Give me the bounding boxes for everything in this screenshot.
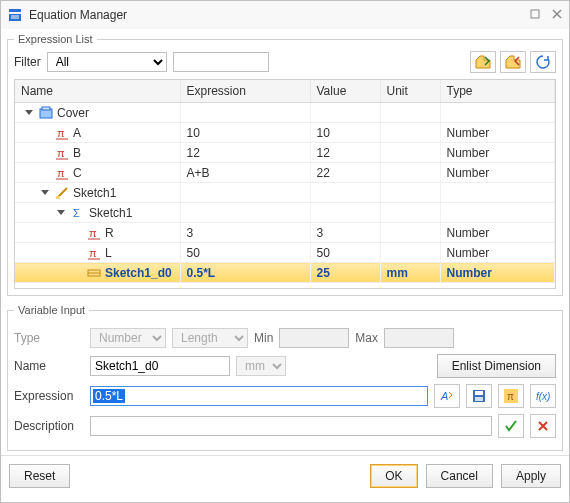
- pi-icon: π: [55, 146, 69, 160]
- cell-value: 3: [310, 223, 380, 243]
- filter-select[interactable]: All: [47, 52, 167, 72]
- table-row[interactable]: πR33Number: [15, 223, 555, 243]
- chevron-down-icon[interactable]: [41, 190, 49, 195]
- window-title: Equation Manager: [29, 8, 529, 22]
- cell-unit: mm: [380, 263, 440, 283]
- fx-button[interactable]: f(x): [530, 384, 556, 408]
- cell-unit: [380, 143, 440, 163]
- close-icon[interactable]: [551, 8, 563, 23]
- cell-expression: A+B: [180, 163, 310, 183]
- cell-type: Number: [440, 163, 555, 183]
- cell-expression: 10: [180, 123, 310, 143]
- equation-manager-window: Equation Manager Expression List Filter …: [0, 0, 570, 503]
- svg-text:π: π: [507, 391, 514, 402]
- part-icon: [39, 106, 53, 120]
- dialog-footer: Reset OK Cancel Apply: [1, 455, 569, 496]
- min-label: Min: [254, 331, 273, 345]
- cell-value: 12: [310, 143, 380, 163]
- filter-label: Filter: [14, 55, 41, 69]
- cell-type: [440, 203, 555, 223]
- cell-value: 50: [310, 243, 380, 263]
- ok-button[interactable]: OK: [370, 464, 417, 488]
- cell-value: [310, 103, 380, 123]
- expression-input[interactable]: 0.5*L: [90, 386, 428, 406]
- col-value[interactable]: Value: [310, 80, 380, 103]
- cancel-button[interactable]: Cancel: [426, 464, 493, 488]
- col-unit[interactable]: Unit: [380, 80, 440, 103]
- row-name: R: [105, 226, 114, 240]
- accept-button[interactable]: [498, 414, 524, 438]
- svg-text:π: π: [89, 247, 97, 259]
- table-row[interactable]: ΣSketch1: [15, 203, 555, 223]
- length-select: Length: [172, 328, 248, 348]
- table-header-row: Name Expression Value Unit Type: [15, 80, 555, 103]
- min-input: [279, 328, 349, 348]
- svg-text:f(x): f(x): [536, 391, 550, 402]
- cell-expression: [180, 203, 310, 223]
- cell-expression: 3: [180, 223, 310, 243]
- filter-search-input[interactable]: [173, 52, 269, 72]
- cell-unit: [380, 223, 440, 243]
- variable-input-group: Variable Input Type Number Length Min Ma…: [7, 304, 563, 451]
- table-row[interactable]: πL5050Number: [15, 243, 555, 263]
- svg-text:π: π: [57, 127, 65, 139]
- pi-icon: π: [55, 166, 69, 180]
- variable-input-legend: Variable Input: [14, 304, 89, 316]
- apply-button[interactable]: Apply: [501, 464, 561, 488]
- col-name[interactable]: Name: [15, 80, 180, 103]
- restore-icon[interactable]: [529, 8, 541, 23]
- cell-value: 22: [310, 163, 380, 183]
- svg-rect-19: [475, 391, 483, 395]
- table-row[interactable]: πCA+B22Number: [15, 163, 555, 183]
- cell-unit: [380, 183, 440, 203]
- cell-expression: 12: [180, 143, 310, 163]
- cell-type: Number: [440, 143, 555, 163]
- pi-icon: π: [87, 226, 101, 240]
- pi-const-button[interactable]: π: [498, 384, 524, 408]
- window-buttons: [529, 8, 563, 23]
- row-name: Sketch1: [73, 186, 116, 200]
- svg-text:Σ: Σ: [73, 207, 80, 219]
- svg-text:π: π: [57, 167, 65, 179]
- app-icon: [7, 7, 23, 23]
- row-name: Sketch1: [89, 206, 132, 220]
- enlist-dimension-button[interactable]: Enlist Dimension: [437, 354, 556, 378]
- row-name: C: [73, 166, 82, 180]
- cell-unit: [380, 103, 440, 123]
- sketch-icon: [55, 186, 69, 200]
- cell-unit: [380, 163, 440, 183]
- description-input[interactable]: [90, 416, 492, 436]
- cell-type: Number: [440, 263, 555, 283]
- svg-text:A: A: [440, 390, 448, 402]
- table-row[interactable]: Sketch1_d00.5*L25mmNumber: [15, 263, 555, 283]
- export-button[interactable]: [500, 51, 526, 73]
- col-expression[interactable]: Expression: [180, 80, 310, 103]
- expression-label: Expression: [14, 389, 84, 403]
- table-row[interactable]: πA1010Number: [15, 123, 555, 143]
- import-button[interactable]: [470, 51, 496, 73]
- expression-list-legend: Expression List: [14, 33, 97, 45]
- cell-unit: [380, 203, 440, 223]
- reset-button[interactable]: Reset: [9, 464, 70, 488]
- filter-row: Filter All: [14, 51, 556, 73]
- row-name: B: [73, 146, 81, 160]
- type-select: Number: [90, 328, 166, 348]
- name-input[interactable]: [90, 356, 230, 376]
- row-name: L: [105, 246, 112, 260]
- table-row[interactable]: Sketch1: [15, 183, 555, 203]
- table-row[interactable]: Cover: [15, 103, 555, 123]
- save-expr-button[interactable]: [466, 384, 492, 408]
- refresh-button[interactable]: [530, 51, 556, 73]
- table-row[interactable]: πB1212Number: [15, 143, 555, 163]
- col-type[interactable]: Type: [440, 80, 555, 103]
- font-button[interactable]: A: [434, 384, 460, 408]
- reject-button[interactable]: [530, 414, 556, 438]
- max-label: Max: [355, 331, 378, 345]
- cell-value: 25: [310, 263, 380, 283]
- expression-table[interactable]: Name Expression Value Unit Type CoverπA1…: [14, 79, 556, 289]
- cell-value: [310, 203, 380, 223]
- chevron-down-icon[interactable]: [25, 110, 33, 115]
- chevron-down-icon[interactable]: [57, 210, 65, 215]
- row-name: Cover: [57, 106, 89, 120]
- expression-list-group: Expression List Filter All: [7, 33, 563, 296]
